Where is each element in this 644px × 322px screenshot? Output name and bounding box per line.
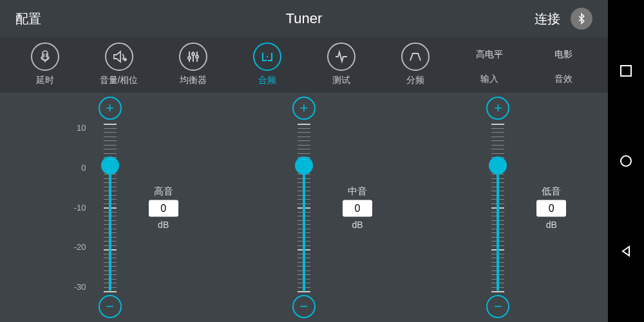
increase-button[interactable]: + <box>99 97 122 120</box>
svg-point-8 <box>188 57 191 59</box>
svg-point-9 <box>192 53 194 55</box>
increase-button[interactable]: + <box>292 97 316 120</box>
tab-label: 输入 <box>480 73 498 85</box>
recent-apps-button[interactable] <box>619 64 633 78</box>
slider-track[interactable]: 100-10-20-30 高音 0 dB <box>104 124 117 291</box>
android-nav-bar <box>608 0 644 322</box>
slider-low: + 低音 0 dB − <box>486 97 509 322</box>
bluetooth-icon[interactable] <box>571 8 592 30</box>
slider-high: + 100-10-20-30 高音 0 dB − <box>99 97 122 322</box>
svg-rect-0 <box>43 51 48 60</box>
config-button[interactable]: 配置 <box>15 10 144 28</box>
slider-mid: + 中音 0 dB − <box>292 97 316 322</box>
slider-readout: 低音 0 dB <box>536 185 566 230</box>
slider-scale: 100-10-20-30 <box>74 124 86 291</box>
tab-eq[interactable]: 均衡器 <box>161 43 225 86</box>
channel-value: 0 <box>343 200 372 217</box>
tab-cross[interactable]: 合频 <box>235 43 299 86</box>
connect-button[interactable]: 连接 <box>535 10 560 28</box>
decrease-button[interactable]: − <box>486 295 509 318</box>
slider-track[interactable]: 中音 0 dB <box>298 124 310 291</box>
speaker-icon: + <box>105 43 133 71</box>
svg-point-10 <box>196 55 198 58</box>
slider-thumb[interactable] <box>101 156 119 175</box>
slider-readout: 高音 0 dB <box>149 185 178 230</box>
svg-point-12 <box>621 156 631 166</box>
tabs-row: 延时+音量/相位均衡器合频测试分频高电平输入电影音效 <box>0 37 608 93</box>
sliders-area: + 100-10-20-30 高音 0 dB − + <box>0 93 608 322</box>
tab-xover[interactable]: 分频 <box>383 43 448 86</box>
slider-thumb[interactable] <box>295 156 313 175</box>
tab-delay[interactable]: 延时 <box>13 43 77 86</box>
slider-track[interactable]: 低音 0 dB <box>491 124 504 291</box>
tab-label: 合频 <box>258 75 276 86</box>
trapezoid-icon <box>401 43 430 71</box>
svg-rect-11 <box>621 66 631 76</box>
sliders-icon <box>179 43 207 71</box>
slider-readout: 中音 0 dB <box>343 185 372 230</box>
tab-label: 音效 <box>554 73 573 85</box>
slider-thumb[interactable] <box>489 156 507 175</box>
channel-label: 中音 <box>348 185 367 198</box>
tab-label: 分频 <box>406 75 424 86</box>
tab-input[interactable]: 高电平输入 <box>457 43 522 85</box>
increase-button[interactable]: + <box>486 97 509 120</box>
tab-test[interactable]: 测试 <box>309 43 374 86</box>
back-button[interactable] <box>619 244 633 258</box>
tab-label: 测试 <box>332 75 350 86</box>
tab-label: 延时 <box>36 75 54 86</box>
channel-value: 0 <box>536 200 566 217</box>
home-button[interactable] <box>619 154 633 168</box>
top-bar: 配置 Tuner 连接 <box>0 0 608 37</box>
tab-secondary: 高电平 <box>476 49 503 61</box>
cross-icon <box>253 43 281 71</box>
tab-volume[interactable]: +音量/相位 <box>87 43 151 86</box>
pulse-icon <box>327 43 355 71</box>
channel-label: 低音 <box>542 185 561 198</box>
channel-label: 高音 <box>154 185 173 198</box>
channel-unit: dB <box>158 220 169 230</box>
svg-text:+: + <box>124 57 127 62</box>
decrease-button[interactable]: − <box>99 295 122 318</box>
tab-label: 均衡器 <box>180 75 207 86</box>
decrease-button[interactable]: − <box>292 295 316 318</box>
page-title: Tuner <box>144 10 464 27</box>
channel-value: 0 <box>149 200 178 217</box>
tab-label: 音量/相位 <box>100 75 138 86</box>
tab-secondary: 电影 <box>554 49 573 61</box>
mic-icon <box>31 43 59 71</box>
channel-unit: dB <box>352 220 363 230</box>
channel-unit: dB <box>546 220 557 230</box>
tab-sound[interactable]: 电影音效 <box>531 43 596 85</box>
